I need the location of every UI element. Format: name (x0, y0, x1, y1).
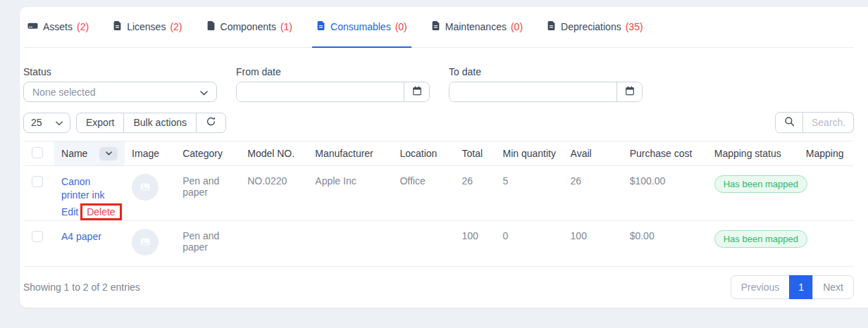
cell-model: NO.0220 (240, 166, 308, 221)
delete-link-annotated[interactable]: Delete (80, 203, 121, 220)
tab-licenses[interactable]: Licenses (2) (108, 7, 186, 48)
header-avail[interactable]: Avail (564, 141, 623, 166)
header-purchase-cost[interactable]: Purchase cost (623, 141, 707, 166)
filter-row: Status None selected From date To date (23, 67, 854, 102)
page-size-select[interactable]: 25 (23, 113, 70, 133)
file-icon (316, 20, 326, 33)
file-icon (206, 20, 216, 33)
cell-min-quantity: 0 (496, 221, 564, 267)
to-date-input[interactable] (450, 82, 616, 101)
header-name[interactable]: Name (54, 141, 125, 166)
cell-purchase-cost: $0.00 (623, 221, 707, 267)
file-icon (431, 20, 440, 33)
refresh-button[interactable] (196, 113, 226, 133)
status-selected-value: None selected (32, 87, 96, 98)
entries-summary: Showing 1 to 2 of 2 entries (23, 282, 140, 293)
tab-count: (2) (170, 21, 182, 32)
consumable-name-link[interactable]: Canon printer ink (61, 175, 120, 202)
status-select[interactable]: None selected (23, 82, 217, 102)
to-date-label: To date (449, 67, 643, 77)
page-1-button[interactable]: 1 (789, 275, 813, 299)
tab-count: (0) (395, 21, 407, 32)
table-toolbar: 25 Export Bulk actions (23, 112, 854, 133)
page-size-value: 25 (31, 117, 42, 128)
cell-location: Office (392, 166, 454, 221)
header-location[interactable]: Location (392, 141, 454, 166)
tab-count: (35) (626, 21, 643, 32)
image-placeholder (132, 174, 159, 201)
refresh-icon (206, 116, 216, 129)
table-row: A4 paper Pen and paper 100 0 100 $0.00 H… (23, 221, 854, 267)
chevron-down-icon (200, 87, 208, 98)
next-page-button[interactable]: Next (812, 275, 854, 299)
cell-manufacturer (308, 221, 392, 267)
row-checkbox[interactable] (32, 176, 43, 187)
tab-label: Assets (43, 21, 73, 32)
cell-mapping (799, 221, 854, 267)
tab-label: Components (221, 21, 276, 32)
tab-maintenances[interactable]: Maintenances (0) (427, 7, 527, 48)
search-input[interactable] (803, 112, 854, 133)
edit-link[interactable]: Edit (61, 206, 78, 217)
file-icon (547, 20, 556, 33)
tab-consumables[interactable]: Consumables (0) (312, 7, 411, 48)
tab-depreciations[interactable]: Depreciations (35) (542, 7, 647, 48)
cell-avail: 100 (564, 221, 623, 267)
cell-total: 100 (454, 221, 495, 267)
consumables-table: Name Image Category Model NO. Manufactur… (23, 141, 854, 267)
tab-bar: Assets (2) Licenses (2) Components (1) C… (23, 7, 854, 48)
chevron-down-icon (56, 117, 63, 128)
header-mapping[interactable]: Mapping (799, 141, 854, 166)
name-sort-dropdown[interactable] (99, 147, 118, 160)
search-group (775, 112, 854, 133)
table-footer: Showing 1 to 2 of 2 entries Previous 1 N… (23, 275, 854, 299)
tab-label: Maintenances (445, 21, 507, 32)
image-icon (139, 235, 151, 250)
hdd-icon (27, 20, 38, 33)
from-date-input[interactable] (237, 82, 404, 101)
table-row: Canon printer ink EditDelete Pen and pap… (23, 166, 854, 221)
header-min-quantity[interactable]: Min quantity (496, 141, 564, 166)
search-button[interactable] (775, 112, 803, 133)
pagination: Previous 1 Next (731, 275, 854, 299)
export-button[interactable]: Export (76, 113, 124, 133)
consumables-panel: Assets (2) Licenses (2) Components (1) C… (20, 7, 868, 308)
tab-count: (1) (280, 21, 292, 32)
cell-avail: 26 (564, 166, 623, 221)
tab-components[interactable]: Components (1) (202, 7, 297, 48)
mapping-status-badge: Has been mapped (714, 175, 807, 193)
header-model[interactable]: Model NO. (240, 141, 308, 166)
tab-label: Consumables (330, 21, 391, 32)
tab-label: Licenses (127, 21, 166, 32)
cell-mapping (799, 166, 854, 221)
header-category[interactable]: Category (175, 141, 240, 166)
header-image[interactable]: Image (125, 141, 175, 166)
mapping-status-badge: Has been mapped (714, 230, 807, 248)
cell-purchase-cost: $100.00 (623, 166, 707, 221)
consumable-name-link[interactable]: A4 paper (61, 230, 101, 244)
search-icon (784, 116, 795, 129)
bulk-actions-button[interactable]: Bulk actions (123, 113, 196, 133)
header-mapping-status[interactable]: Mapping status (707, 141, 799, 166)
cell-model (240, 221, 308, 267)
tab-count: (2) (77, 21, 89, 32)
cell-min-quantity: 5 (496, 166, 564, 221)
header-total[interactable]: Total (454, 141, 495, 166)
cell-location (392, 221, 454, 267)
tab-assets[interactable]: Assets (2) (23, 7, 93, 48)
file-icon (113, 20, 122, 33)
from-date-calendar-button[interactable] (404, 82, 429, 101)
cell-category: Pen and paper (175, 221, 240, 267)
calendar-icon (412, 86, 422, 98)
previous-page-button[interactable]: Previous (731, 275, 790, 299)
tab-label: Depreciations (561, 21, 621, 32)
image-icon (139, 180, 151, 195)
calendar-icon (625, 86, 635, 98)
to-date-calendar-button[interactable] (616, 82, 642, 101)
row-checkbox[interactable] (32, 231, 43, 242)
tab-count: (0) (511, 21, 523, 32)
image-placeholder (132, 229, 159, 256)
select-all-checkbox[interactable] (32, 147, 43, 158)
header-manufacturer[interactable]: Manufacturer (308, 141, 392, 166)
cell-total: 26 (454, 166, 495, 221)
